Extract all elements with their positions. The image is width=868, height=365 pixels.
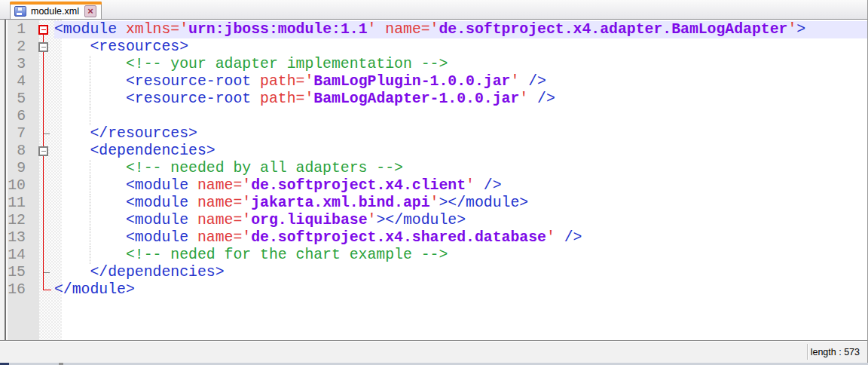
syntax-txt	[54, 264, 90, 281]
editor-area[interactable]: 1<module xmlns='urn:jboss:module:1.1' na…	[0, 19, 868, 340]
fold-toggle-icon[interactable]	[32, 21, 54, 38]
syntax-val: urn:jboss:module:1.1	[188, 21, 367, 38]
fold-guide-icon	[32, 264, 54, 281]
code-text[interactable]: <module name='de.softproject.x4.shared.d…	[54, 229, 867, 247]
syntax-tag: />	[484, 177, 502, 194]
code-line[interactable]: 8 <dependencies>	[0, 143, 867, 160]
code-line[interactable]: 16</module>	[0, 281, 867, 299]
syntax-tag: ></module>	[376, 212, 466, 229]
code-text[interactable]: <!-- neded for the chart example -->	[54, 247, 867, 264]
fold-toggle-icon[interactable]	[32, 143, 54, 160]
syntax-tag: </dependencies>	[90, 264, 224, 281]
code-text[interactable]: <dependencies>	[54, 143, 867, 160]
syntax-tag: <module	[126, 177, 188, 194]
syntax-txt	[376, 21, 385, 38]
syntax-txt	[188, 229, 197, 246]
syntax-txt	[54, 38, 90, 55]
syntax-attr: '	[519, 90, 528, 107]
line-number: 1	[0, 21, 32, 38]
fold-toggle-icon[interactable]	[32, 38, 54, 56]
syntax-tag: />	[537, 90, 555, 107]
syntax-txt	[475, 177, 484, 194]
indent-guide	[90, 56, 90, 73]
syntax-tag: <resource-root	[126, 90, 251, 107]
syntax-attr: '	[368, 21, 377, 38]
code-line[interactable]: 5 <resource-root path='BamLogAdapter-1.0…	[0, 90, 867, 108]
code-text[interactable]: <module name='org.liquibase'></module>	[54, 212, 867, 229]
syntax-attr: name='	[197, 195, 251, 211]
line-number: 10	[0, 177, 32, 195]
code-text[interactable]: <module name='de.softproject.x4.client' …	[54, 177, 867, 195]
syntax-attr: '	[546, 229, 555, 246]
fold-guide-icon	[32, 281, 54, 299]
tab-title: module.xml	[31, 6, 79, 17]
line-number: 4	[0, 73, 32, 90]
code-line[interactable]: 11 <module name='jakarta.xml.bind.api'><…	[0, 195, 867, 212]
syntax-attr: name='	[197, 229, 251, 246]
indent-guide	[90, 73, 90, 90]
syntax-tag: </module>	[54, 281, 135, 298]
code-text[interactable]: <module name='jakarta.xml.bind.api'></mo…	[54, 195, 867, 212]
code-text[interactable]: <resource-root path='BamLogAdapter-1.0.0…	[54, 90, 867, 108]
code-line[interactable]: 15 </dependencies>	[0, 264, 867, 281]
code-line[interactable]: 13 <module name='de.softproject.x4.share…	[0, 229, 867, 247]
code-line[interactable]: 2 <resources>	[0, 38, 867, 56]
indent-guide	[90, 160, 90, 177]
code-line[interactable]: 3 <!-- your adapter implementation -->	[0, 56, 867, 73]
fold-guide-icon	[32, 177, 54, 195]
code-text[interactable]: </dependencies>	[54, 264, 867, 281]
syntax-attr: '	[466, 177, 475, 194]
syntax-attr: xmlns='	[126, 21, 188, 38]
syntax-txt	[251, 90, 260, 107]
fold-guide-icon	[32, 90, 54, 108]
syntax-tag: <resource-root	[126, 73, 251, 90]
syntax-txt	[528, 90, 537, 107]
code-text[interactable]	[54, 108, 867, 125]
fold-guide-icon	[32, 195, 54, 212]
fold-guide-icon	[32, 73, 54, 90]
syntax-attr: '	[368, 212, 377, 229]
code-line[interactable]: 1<module xmlns='urn:jboss:module:1.1' na…	[0, 21, 867, 38]
code-text[interactable]: </resources>	[54, 125, 867, 143]
code-text[interactable]: <!-- your adapter implementation -->	[54, 56, 867, 73]
code-text[interactable]: <module xmlns='urn:jboss:module:1.1' nam…	[54, 21, 867, 38]
fold-guide-icon	[32, 56, 54, 73]
syntax-com: <!-- your adapter implementation -->	[126, 56, 448, 72]
syntax-val: de.softproject.x4.client	[251, 177, 466, 194]
syntax-val: jakarta.xml.bind.api	[251, 195, 429, 211]
syntax-txt	[519, 73, 528, 90]
syntax-txt	[117, 21, 126, 38]
syntax-attr: name='	[197, 177, 251, 194]
syntax-val: de.softproject.x4.adapter.BamLogAdapter	[439, 21, 788, 38]
syntax-attr: name='	[197, 212, 251, 229]
saved-file-icon	[14, 6, 26, 17]
tab-module-xml[interactable]: module.xml ×	[10, 2, 102, 19]
line-number: 9	[0, 160, 32, 177]
indent-guide	[90, 229, 90, 247]
syntax-com: <!-- needed by all adapters -->	[126, 160, 403, 176]
notepad-window: module.xml × 1<module xmlns='urn:jboss:m…	[0, 0, 868, 365]
code-text[interactable]: <resources>	[54, 38, 867, 56]
indent-guide	[90, 177, 90, 195]
code-rows: 1<module xmlns='urn:jboss:module:1.1' na…	[0, 21, 867, 299]
code-text[interactable]: <resource-root path='BamLogPlugin-1.0.0.…	[54, 73, 867, 90]
code-line[interactable]: 10 <module name='de.softproject.x4.clien…	[0, 177, 867, 195]
syntax-tag: >	[796, 21, 805, 38]
syntax-val: BamLogPlugin-1.0.0.jar	[313, 73, 510, 90]
close-tab-icon[interactable]: ×	[84, 5, 96, 17]
code-line[interactable]: 14 <!-- neded for the chart example -->	[0, 247, 867, 264]
code-line[interactable]: 6	[0, 108, 867, 125]
line-number: 5	[0, 90, 32, 108]
code-text[interactable]: </module>	[54, 281, 867, 299]
line-number: 12	[0, 212, 32, 229]
syntax-tag: <resources>	[90, 38, 188, 55]
code-line[interactable]: 12 <module name='org.liquibase'></module…	[0, 212, 867, 229]
code-line[interactable]: 9 <!-- needed by all adapters -->	[0, 160, 867, 177]
line-number: 14	[0, 247, 32, 264]
code-text[interactable]: <!-- needed by all adapters -->	[54, 160, 867, 177]
code-line[interactable]: 7 </resources>	[0, 125, 867, 143]
syntax-txt	[188, 212, 197, 229]
fold-guide-icon	[32, 229, 54, 247]
syntax-txt	[555, 229, 564, 246]
code-line[interactable]: 4 <resource-root path='BamLogPlugin-1.0.…	[0, 73, 867, 90]
